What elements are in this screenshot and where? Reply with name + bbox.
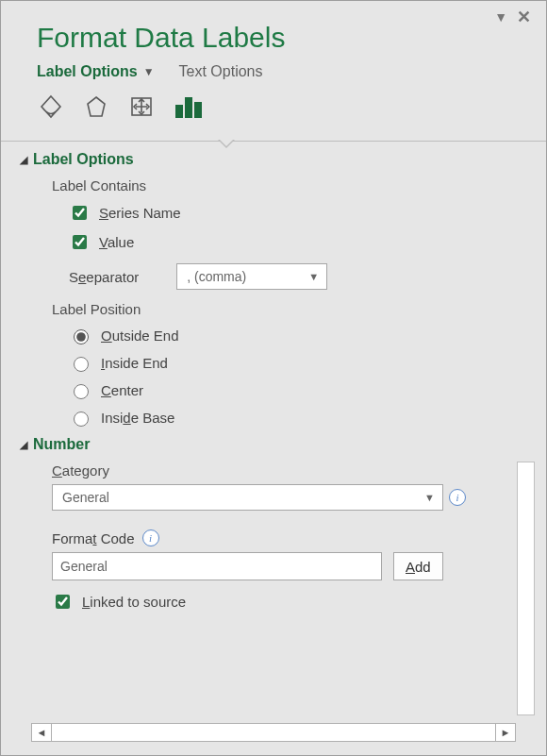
radio-center-input[interactable] [74, 384, 89, 399]
radio-center[interactable]: Center [69, 381, 522, 399]
format-code-input[interactable] [52, 552, 382, 580]
fill-line-icon[interactable] [37, 93, 65, 124]
section-number-header[interactable]: ◢ Number [20, 436, 522, 453]
radio-outside-end[interactable]: Outside End [69, 327, 522, 344]
size-properties-icon[interactable] [127, 93, 156, 124]
close-icon[interactable]: ✕ [517, 10, 531, 24]
horizontal-scrollbar[interactable]: ◄ ► [31, 723, 516, 742]
scroll-left-button[interactable]: ◄ [31, 723, 52, 742]
category-icon-row [37, 93, 522, 141]
checkbox-value[interactable]: Value [69, 232, 522, 252]
radio-inside-end-input[interactable] [74, 357, 89, 372]
info-icon[interactable]: i [449, 489, 466, 506]
pane-title: Format Data Labels [37, 22, 522, 54]
scroll-right-button[interactable]: ► [495, 723, 516, 742]
radio-outside-end-input[interactable] [74, 329, 89, 344]
separator-dropdown[interactable]: , (comma) ▼ [176, 263, 327, 290]
scroll-track[interactable] [52, 723, 495, 742]
category-label: Category [52, 462, 522, 479]
radio-center-label: Center [101, 382, 143, 398]
tab-text-options[interactable]: Text Options [179, 63, 263, 80]
checkbox-series-name-label: Series Name [99, 205, 181, 221]
radio-inside-end[interactable]: Inside End [69, 354, 522, 372]
add-button[interactable]: Add [393, 552, 443, 580]
radio-outside-end-label: Outside End [101, 328, 179, 344]
format-code-label: Format Code [52, 530, 135, 546]
chevron-down-icon: ▼ [143, 65, 155, 78]
checkbox-value-input[interactable] [73, 235, 87, 249]
tab-label-options[interactable]: Label Options ▼ [37, 63, 155, 80]
tab-label-options-text: Label Options [37, 63, 138, 80]
category-dropdown-value: General [62, 490, 109, 505]
checkbox-series-name-input[interactable] [73, 206, 87, 220]
separator-label: Seeparator [69, 269, 139, 285]
vertical-scrollbar[interactable] [517, 462, 535, 715]
svg-rect-3 [194, 102, 202, 118]
svg-rect-2 [185, 97, 192, 118]
checkbox-linked-input[interactable] [56, 595, 70, 609]
radio-inside-base-input[interactable] [74, 412, 89, 427]
collapse-icon: ◢ [20, 439, 27, 451]
radio-inside-end-label: Inside End [101, 355, 168, 371]
chevron-down-icon: ▼ [424, 492, 435, 503]
format-data-labels-pane: ▼ ✕ Format Data Labels Label Options ▼ T… [0, 0, 547, 756]
radio-inside-base-label: Inside Base [101, 410, 174, 426]
checkbox-linked-to-source[interactable]: Linked to source [52, 592, 522, 612]
label-contains-heading: Label Contains [52, 177, 522, 193]
section-label-options-title: Label Options [33, 151, 134, 168]
pane-menu-icon[interactable]: ▼ [494, 10, 507, 24]
checkbox-series-name[interactable]: Series Name [69, 203, 522, 223]
svg-rect-1 [175, 105, 183, 118]
category-dropdown[interactable]: General ▼ [52, 484, 443, 511]
info-icon[interactable]: i [142, 529, 159, 546]
radio-inside-base[interactable]: Inside Base [69, 409, 522, 427]
label-position-heading: Label Position [52, 301, 522, 317]
label-options-icon[interactable] [173, 93, 205, 124]
section-number-title: Number [33, 436, 90, 453]
chevron-down-icon: ▼ [308, 271, 319, 282]
section-label-options-header[interactable]: ◢ Label Options [20, 151, 522, 168]
collapse-icon: ◢ [20, 154, 27, 166]
checkbox-value-label: Value [99, 234, 134, 250]
effects-icon[interactable] [82, 93, 110, 124]
checkbox-linked-label: Linked to source [82, 594, 186, 610]
separator-dropdown-value: , (comma) [187, 269, 246, 284]
